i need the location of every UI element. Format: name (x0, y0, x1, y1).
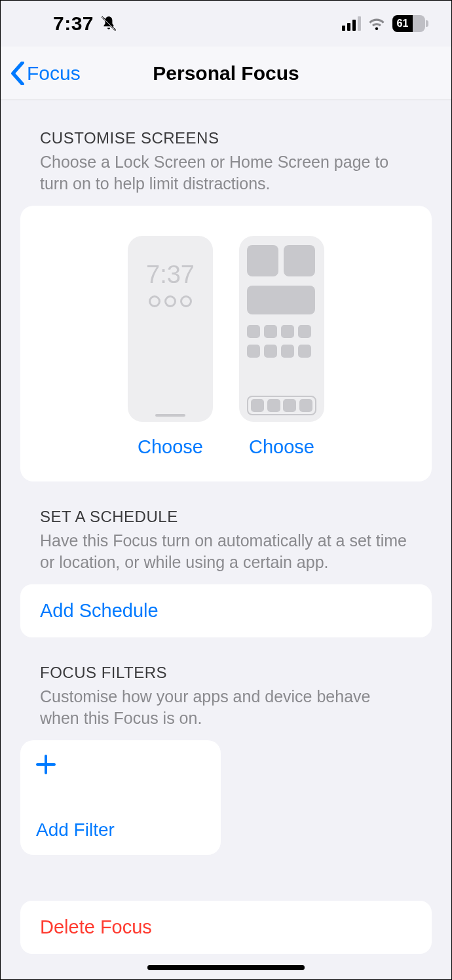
add-filter-card[interactable]: Add Filter (20, 740, 221, 855)
delete-focus-button[interactable]: Delete Focus (20, 901, 432, 954)
wifi-icon (367, 16, 386, 31)
lock-screen-option[interactable]: 7:37 Choose (128, 236, 213, 458)
home-indicator[interactable] (147, 965, 305, 970)
screens-desc: Choose a Lock Screen or Home Screen page… (20, 151, 432, 206)
filters-desc: Customise how your apps and device behav… (20, 686, 432, 740)
screens-card: 7:37 Choose Choose (20, 206, 432, 481)
add-filter-label: Add Filter (36, 820, 205, 840)
plus-icon (36, 755, 56, 774)
screens-header: Customise Screens (20, 100, 432, 151)
nav-bar: Focus Personal Focus (1, 47, 451, 100)
cellular-signal-icon (342, 16, 361, 31)
filters-header: Focus Filters (20, 637, 432, 686)
status-time: 7:37 (53, 12, 94, 35)
schedule-desc: Have this Focus turn on automatically at… (20, 530, 432, 584)
status-bar: 7:37 61 (1, 1, 451, 47)
lock-preview-time: 7:37 (146, 261, 195, 289)
schedule-header: Set a Schedule (20, 481, 432, 530)
back-label: Focus (27, 62, 81, 85)
battery-icon: 61 (392, 15, 425, 32)
status-right: 61 (342, 15, 425, 32)
add-schedule-button[interactable]: Add Schedule (20, 584, 432, 637)
lock-screen-preview: 7:37 (128, 236, 213, 422)
bell-slash-icon (100, 15, 117, 32)
chevron-left-icon (10, 62, 26, 85)
lock-preview-dots-icon (149, 295, 192, 307)
status-left: 7:37 (53, 12, 117, 35)
home-screen-preview (239, 236, 324, 422)
battery-level: 61 (392, 15, 413, 32)
home-screen-option[interactable]: Choose (239, 236, 324, 458)
home-preview-dock-icon (247, 396, 316, 415)
choose-lock-button[interactable]: Choose (138, 436, 203, 458)
back-button[interactable]: Focus (10, 62, 81, 85)
choose-home-button[interactable]: Choose (249, 436, 314, 458)
